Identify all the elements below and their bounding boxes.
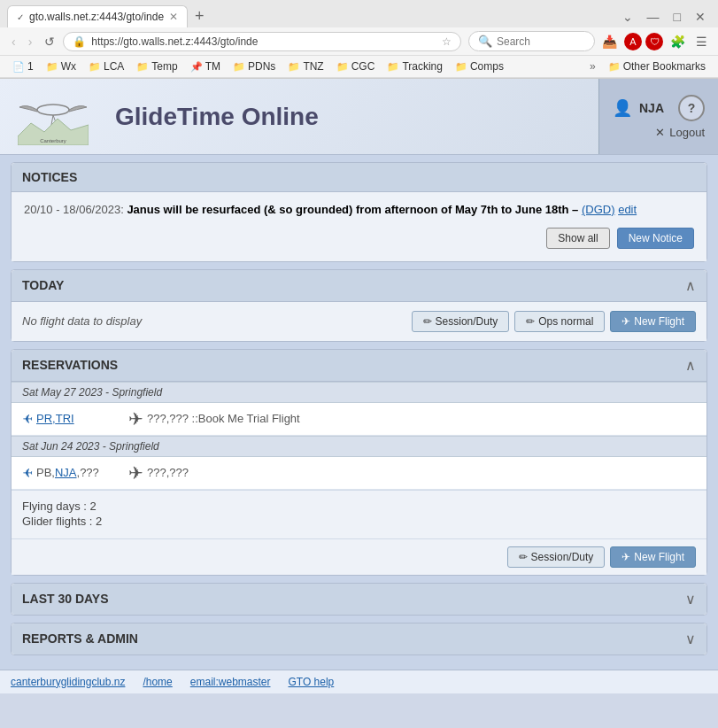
today-section: TODAY ∧ No flight data to display ✏ Sess… [11,269,707,342]
tab-list-button[interactable]: ⌄ [617,8,638,26]
res-day-header-1: Sat May 27 2023 - Springfield [12,382,706,403]
bookmark-star-icon[interactable]: ☆ [442,35,452,48]
last30days-section: LAST 30 DAYS ∨ [11,583,707,616]
footer-link-home[interactable]: /home [143,676,172,688]
pocket-icon[interactable]: 📥 [598,32,621,51]
edit-icon-ops: ✏ [526,315,535,328]
new-tab-button[interactable]: + [188,7,212,26]
today-title: TODAY [22,278,64,292]
other-bookmarks[interactable]: 📁 Other Bookmarks [603,58,711,74]
other-bookmarks-label: Other Bookmarks [623,60,706,73]
logout-row[interactable]: ✕ Logout [655,126,705,139]
window-maximize-button[interactable]: □ [668,8,686,26]
bookmark-label: LCA [104,60,124,73]
notices-section: NOTICES 20/10 - 18/06/2023: Janus will b… [11,162,707,262]
bookmark-item-cgc[interactable]: 📁 CGC [331,58,381,74]
reservations-title: RESERVATIONS [22,358,118,372]
address-bar[interactable]: 🔒 https://gto.walls.net.z:4443/gto/inde … [63,32,461,51]
bookmark-label: Tracking [402,60,443,73]
reports-title: REPORTS & ADMIN [22,631,138,646]
search-icon: 🔍 [478,35,492,48]
url-text: https://gto.walls.net.z:4443/gto/inde [91,35,436,48]
res-pilot-1: ✈ PR,TRI [22,412,128,426]
pilot-names[interactable]: PR,TRI [36,412,74,425]
today-collapse-icon: ∧ [685,277,696,294]
pilot-nja[interactable]: NJA [55,466,77,479]
notices-section-header[interactable]: NOTICES [12,163,706,192]
shield-icon[interactable]: 🛡 [645,33,663,50]
pilot-names-2: PB,NJA,??? [36,466,99,479]
pilot-pr[interactable]: PR [36,412,52,425]
tab-close-button[interactable]: ✕ [169,11,178,23]
bookmarks-overflow-button[interactable]: » [584,58,601,74]
extensions-icon[interactable]: 🧩 [667,32,689,51]
no-flight-text: No flight data to display [22,314,142,328]
window-close-button[interactable]: ✕ [690,8,711,26]
bookmark-folder-icon: 📁 [387,61,399,73]
search-input[interactable] [497,35,585,48]
help-button[interactable]: ? [678,95,705,121]
bookmarks-bar: 📄 1 📁 Wx 📁 LCA 📁 Temp 📌 TM 📁 PDNs 📁 TNZ [0,56,718,78]
user-row: 👤 NJA [613,98,664,118]
today-actions: ✏ Session/Duty ✏ Ops normal ✈ New Flight [412,311,696,332]
bookmark-item-lca[interactable]: 📁 LCA [83,58,129,74]
reload-button[interactable]: ↺ [40,32,59,51]
ops-normal-button[interactable]: ✏ Ops normal [514,311,605,332]
notice-content: Janus will be resurfaced (& so grounded)… [127,203,578,216]
tab-title: gto.walls.net.z:4443/gto/inde [29,11,164,23]
notice-edit-link[interactable]: edit [618,203,637,216]
browser-chrome: ✓ gto.walls.net.z:4443/gto/inde ✕ + ⌄ — … [0,0,718,79]
firefox-account-icon[interactable]: A [624,33,642,50]
today-section-header[interactable]: TODAY ∧ [12,270,706,302]
bookmark-item-comps[interactable]: 📁 Comps [450,58,509,74]
res-plane-2: ✈ ???,??? [128,462,189,484]
pilot-pb[interactable]: PB, [36,466,55,479]
glider-icon: ✈ [22,412,33,426]
res-session-duty-button[interactable]: ✏ Session/Duty [507,546,606,568]
bookmark-item-pdns[interactable]: 📁 PDNs [228,58,281,74]
back-button[interactable]: ‹ [7,32,20,51]
session-duty-button[interactable]: ✏ Session/Duty [412,311,510,332]
last30days-title: LAST 30 DAYS [22,592,109,606]
bookmark-folder-icon: 📁 [46,61,58,73]
bookmark-folder-icon: 📁 [455,61,467,73]
user-area: 👤 NJA ? ✕ Logout [598,79,718,154]
res-plane-1: ✈ ???,??? ::Book Me Trial Flight [128,408,300,430]
res-pilot-2: ✈ PB,NJA,??? [22,466,128,480]
footer-link-club[interactable]: canterburyglidingclub.nz [11,676,125,688]
bookmark-item-tracking[interactable]: 📁 Tracking [382,58,448,74]
plane-info: ???,??? ::Book Me Trial Flight [147,412,300,425]
plane-glider-icon: ✈ [128,408,143,430]
bookmark-label: Wx [61,60,76,73]
search-bar[interactable]: 🔍 [468,31,595,51]
table-row: ✈ PR,TRI ✈ ???,??? ::Book Me Trial Fligh… [12,403,706,436]
bookmark-item-tnz[interactable]: 📁 TNZ [282,58,328,74]
new-flight-button-today[interactable]: ✈ New Flight [610,311,696,332]
notice-text: 20/10 - 18/06/2023: Janus will be resurf… [24,201,694,219]
reservations-section-header[interactable]: RESERVATIONS ∧ [12,350,706,382]
show-all-button[interactable]: Show all [546,228,609,249]
edit-icon: ✏ [423,315,432,328]
today-body: No flight data to display ✏ Session/Duty… [12,302,706,341]
ops-normal-label: Ops normal [538,315,593,328]
forward-button[interactable]: › [24,32,37,51]
reports-section: REPORTS & ADMIN ∨ [11,623,707,655]
new-notice-button[interactable]: New Notice [617,228,694,249]
last30days-header[interactable]: LAST 30 DAYS ∨ [12,584,706,615]
new-flight-button-reservations[interactable]: ✈ New Flight [610,546,696,568]
active-tab[interactable]: ✓ gto.walls.net.z:4443/gto/inde ✕ [7,5,188,27]
reports-header[interactable]: REPORTS & ADMIN ∨ [12,623,706,654]
bookmark-item-tm[interactable]: 📌 TM [185,58,226,74]
bookmark-item-temp[interactable]: 📁 Temp [131,58,182,74]
footer-link-help[interactable]: GTO help [288,676,334,688]
bookmark-item-1[interactable]: 📄 1 [7,58,39,74]
svg-text:Canterbury: Canterbury [40,138,66,143]
bookmark-item-wx[interactable]: 📁 Wx [41,58,81,74]
res-footer: ✏ Session/Duty ✈ New Flight [12,538,706,575]
menu-icon[interactable]: ☰ [692,32,711,51]
notices-body: 20/10 - 18/06/2023: Janus will be resurf… [12,192,706,261]
footer-link-email[interactable]: email:webmaster [190,676,271,688]
window-minimize-button[interactable]: — [642,8,665,26]
pilot-tri[interactable]: TRI [56,412,74,425]
notice-link-dgd[interactable]: (DGD) [582,203,615,216]
